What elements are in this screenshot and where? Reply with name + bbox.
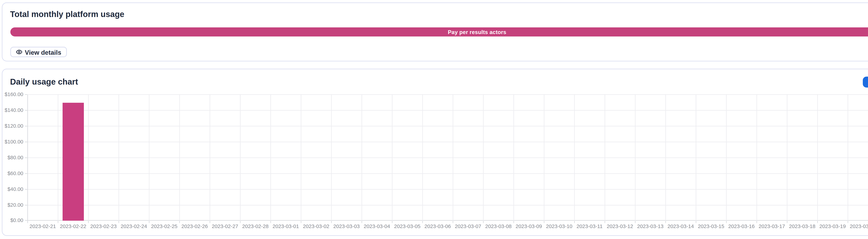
x-axis-tick — [695, 220, 696, 223]
x-axis-label: 2023-03-09 — [514, 223, 544, 230]
toggle-absolute[interactable]: Absolute — [863, 77, 868, 87]
x-axis-label: 2023-03-14 — [665, 223, 696, 230]
x-axis-tick — [635, 220, 636, 223]
x-axis-label: 2023-03-06 — [423, 223, 453, 230]
v-gridline — [453, 95, 453, 221]
v-gridline — [726, 95, 727, 221]
x-axis-label: 2023-03-08 — [483, 223, 514, 230]
x-axis-label: 2023-02-24 — [119, 223, 149, 230]
x-axis-tick — [665, 220, 666, 223]
x-axis-label: 2023-03-17 — [757, 223, 787, 230]
x-axis-tick — [483, 220, 484, 223]
monthly-usage-card: Total monthly platform usage $150.00 Pay… — [2, 2, 868, 61]
x-axis-tick — [787, 220, 787, 223]
x-axis-tick — [756, 220, 757, 223]
x-axis-tick — [847, 220, 848, 223]
chart-mode-toggle: Absolute Cumulative — [863, 77, 868, 87]
v-gridline — [331, 95, 332, 221]
v-gridline — [695, 95, 696, 221]
x-axis-label: 2023-03-05 — [392, 223, 423, 230]
x-axis-tick — [240, 220, 241, 223]
view-details-label: View details — [25, 48, 61, 56]
x-axis-label: 2023-03-11 — [575, 223, 605, 230]
x-axis-label: 2023-03-04 — [362, 223, 392, 230]
x-axis-tick — [392, 220, 393, 223]
v-gridline — [635, 95, 636, 221]
x-axis-label: 2023-02-25 — [149, 223, 180, 230]
y-axis-label: $40.00 — [2, 186, 23, 192]
v-gridline — [665, 95, 666, 221]
y-axis-label: $20.00 — [2, 202, 23, 208]
bar-2023-02-22[interactable] — [62, 103, 84, 220]
v-gridline — [422, 95, 423, 221]
x-axis-label: 2023-02-21 — [28, 223, 58, 230]
x-axis-tick — [149, 220, 150, 223]
x-axis-label: 2023-03-10 — [544, 223, 575, 230]
x-axis-tick — [118, 220, 119, 223]
x-axis-label: 2023-03-13 — [635, 223, 665, 230]
x-axis-label: 2023-03-20 — [848, 223, 868, 230]
v-gridline — [210, 95, 210, 221]
x-axis-tick — [362, 220, 362, 223]
v-gridline — [362, 95, 362, 221]
x-axis-label: 2023-02-28 — [240, 223, 271, 230]
x-axis-label: 2023-03-02 — [301, 223, 332, 230]
v-gridline — [574, 95, 575, 221]
x-axis-label: 2023-03-18 — [787, 223, 817, 230]
eye-icon — [16, 49, 23, 55]
y-axis-label: $140.00 — [2, 107, 23, 114]
y-axis-label: $60.00 — [2, 170, 23, 177]
usage-progress-label: Pay per results actors — [448, 29, 506, 35]
h-gridline — [28, 220, 868, 221]
v-gridline — [270, 95, 271, 221]
usage-progress-segment[interactable]: Pay per results actors — [10, 27, 868, 37]
usage-progress-track: Pay per results actors — [10, 27, 868, 37]
x-axis-tick — [574, 220, 575, 223]
x-axis-tick — [210, 220, 210, 223]
v-gridline — [301, 95, 301, 221]
x-axis-tick — [544, 220, 545, 223]
x-axis-label: 2023-03-12 — [605, 223, 635, 230]
x-axis-tick — [301, 220, 301, 223]
v-gridline — [118, 95, 119, 221]
h-gridline — [28, 94, 868, 95]
x-axis-label: 2023-02-27 — [210, 223, 240, 230]
x-axis-tick — [331, 220, 332, 223]
y-axis-label: $0.00 — [2, 217, 23, 224]
v-gridline — [817, 95, 818, 221]
x-axis-tick — [513, 220, 514, 223]
y-axis-label: $100.00 — [2, 139, 23, 145]
view-details-button[interactable]: View details — [10, 47, 67, 57]
x-axis-tick — [817, 220, 818, 223]
h-gridline — [28, 126, 868, 127]
v-gridline — [27, 95, 28, 221]
h-gridline — [28, 205, 868, 205]
x-axis-label: 2023-03-19 — [817, 223, 848, 230]
h-gridline — [28, 142, 868, 143]
x-axis-tick — [726, 220, 727, 223]
x-axis-tick — [270, 220, 271, 223]
v-gridline — [240, 95, 241, 221]
daily-usage-chart-title: Daily usage chart — [10, 78, 78, 87]
h-gridline — [28, 157, 868, 158]
v-gridline — [513, 95, 514, 221]
y-axis-label: $80.00 — [2, 154, 23, 161]
v-gridline — [392, 95, 393, 221]
x-axis-label: 2023-02-22 — [58, 223, 88, 230]
x-axis-label: 2023-03-16 — [726, 223, 757, 230]
x-axis-label: 2023-03-03 — [332, 223, 362, 230]
v-gridline — [483, 95, 484, 221]
x-axis-tick — [604, 220, 605, 223]
v-gridline — [149, 95, 150, 221]
x-axis-tick — [58, 220, 58, 223]
y-axis-label: $160.00 — [2, 92, 23, 98]
x-axis-label: 2023-03-07 — [453, 223, 483, 230]
x-axis-label: 2023-03-15 — [696, 223, 726, 230]
h-gridline — [28, 189, 868, 190]
h-gridline — [28, 173, 868, 174]
h-gridline — [28, 110, 868, 111]
v-gridline — [604, 95, 605, 221]
x-axis-tick — [422, 220, 423, 223]
x-axis-label: 2023-02-23 — [88, 223, 119, 230]
x-axis-tick — [453, 220, 453, 223]
